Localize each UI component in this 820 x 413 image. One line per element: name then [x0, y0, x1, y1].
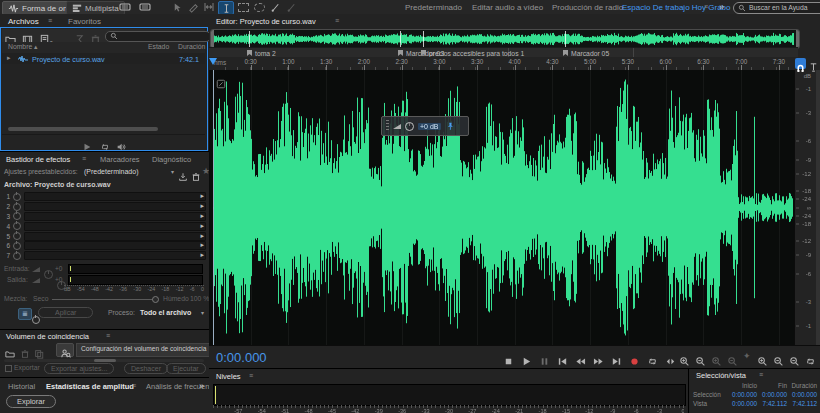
export-settings-button[interactable]: Exportar ajustes...	[44, 363, 114, 374]
power-icon[interactable]	[13, 203, 21, 211]
workspace-predeterminado[interactable]: Predeterminado	[405, 3, 462, 12]
fx-slot[interactable]: 2 ▸	[0, 202, 209, 212]
scan-button[interactable]: Explorar	[6, 395, 56, 408]
fx-slot-well[interactable]: ▸	[24, 232, 206, 241]
power-icon[interactable]	[13, 193, 21, 201]
match-volume-menu-icon[interactable]: ≡	[106, 332, 110, 339]
power-icon[interactable]	[13, 222, 21, 230]
tab-bastidor-de-efectos[interactable]: Bastidor de efectos	[6, 155, 70, 164]
power-icon[interactable]	[13, 252, 21, 260]
hud-fader-icon[interactable]	[393, 124, 401, 129]
spectral-keyboard-icon[interactable]	[138, 1, 152, 13]
multitrack-view-button[interactable]: Multipista	[66, 1, 125, 15]
levels-title[interactable]: Niveles	[216, 372, 241, 381]
fx-slot-well[interactable]: ▸	[24, 212, 206, 221]
playhead-line[interactable]	[213, 70, 214, 345]
mix-slider[interactable]	[52, 299, 154, 300]
marquee-selection-tool-icon[interactable]	[236, 1, 250, 13]
tab-favoritos[interactable]: Favoritos	[68, 17, 101, 26]
fx-slot-well[interactable]: ▸	[24, 222, 206, 231]
selection-view-menu-icon[interactable]: ≡	[759, 371, 763, 378]
process-dropdown[interactable]: Todo el archivo ▾	[140, 307, 204, 318]
razor-tool-icon[interactable]	[186, 1, 200, 13]
lasso-selection-tool-icon[interactable]	[252, 1, 266, 13]
export-checkbox[interactable]	[5, 365, 12, 372]
help-search-box[interactable]: Buscar en la Ayuda	[733, 2, 820, 14]
workspace-editar-audio-video[interactable]: Editar audio a vídeo	[472, 3, 543, 12]
rack-list-toggle-icon[interactable]: ≣	[18, 308, 32, 320]
editor-keyboard-icon[interactable]	[118, 1, 132, 13]
power-icon[interactable]	[13, 232, 21, 240]
vertical-scrollbar[interactable]	[816, 70, 820, 345]
fx-slot[interactable]: 5 ▸	[0, 231, 209, 241]
effects-panel-menu-icon[interactable]: ≡	[82, 155, 86, 162]
power-icon[interactable]	[13, 212, 21, 220]
time-display[interactable]: 0:00.000	[216, 350, 267, 365]
timeline-ruler[interactable]: hms 0:301:001:302:002:303:003:304:004:30…	[209, 57, 798, 71]
marker-flag-icon[interactable]	[563, 50, 568, 56]
overview-waveform[interactable]	[214, 31, 794, 47]
marker-flag-icon[interactable]	[421, 50, 426, 56]
mix-slider-handle[interactable]	[152, 296, 159, 303]
fx-slot[interactable]: 7 ▸	[0, 251, 209, 261]
workspace-overflow-chevrons[interactable]: »	[719, 2, 724, 12]
input-gain-knob-icon[interactable]	[44, 270, 53, 279]
save-preset-icon[interactable]	[178, 167, 188, 185]
hud-gain-value[interactable]: +0 dB	[418, 123, 441, 130]
hud-knob-icon[interactable]	[405, 122, 414, 131]
zoom-selection-button[interactable]: ✦	[743, 351, 751, 361]
spot-healing-tool-icon[interactable]	[284, 1, 298, 13]
tab-historial[interactable]: Historial	[8, 382, 35, 391]
marker[interactable]: Marcador 05	[563, 50, 609, 57]
selection-view-title[interactable]: Selección/vista	[696, 371, 746, 380]
fx-slot-well[interactable]: ▸	[24, 192, 206, 201]
levels-menu-icon[interactable]: ≡	[249, 372, 253, 379]
workspace-menu-icon[interactable]: ≡	[704, 3, 708, 10]
delete-preset-icon[interactable]	[191, 167, 201, 185]
snap-toggle-icon[interactable]	[795, 58, 806, 69]
fx-slot-well[interactable]: ▸	[24, 241, 206, 250]
hud-grip[interactable]	[386, 120, 389, 132]
marker[interactable]: toma 2	[247, 50, 276, 57]
time-selection-tool-icon[interactable]	[218, 1, 234, 15]
tab-marcadores[interactable]: Marcadores	[100, 155, 140, 164]
hud-pin-icon[interactable]	[445, 121, 455, 131]
workspace-produccion-radio[interactable]: Producción de radio	[552, 3, 623, 12]
marker[interactable]: precios accesibles para todos 1	[421, 50, 524, 57]
overview-right-handle[interactable]	[796, 30, 799, 48]
main-waveform[interactable]	[213, 70, 793, 345]
editor-title[interactable]: Editor: Proyecto de curso.wav	[216, 17, 316, 26]
fx-slot[interactable]: 3 ▸	[0, 212, 209, 222]
stats-menu-icon[interactable]: ≡	[132, 382, 136, 389]
rack-power-icon[interactable]	[32, 316, 40, 324]
fx-slot-well[interactable]: ▸	[24, 202, 206, 211]
column-nombre[interactable]: Nombre ▴	[8, 43, 38, 51]
power-icon[interactable]	[13, 242, 21, 250]
match-config-button[interactable]: Configuración del volumen de coincidenci…	[76, 343, 211, 357]
match-analyze-button[interactable]	[56, 343, 74, 357]
column-duracion[interactable]: Duración	[178, 43, 205, 50]
run-button[interactable]: Ejecutar	[166, 363, 206, 374]
fx-slot-well[interactable]: ▸	[24, 251, 206, 260]
tabs-overflow-chevrons[interactable]: »	[199, 381, 204, 391]
editor-menu-icon[interactable]: ≡	[335, 17, 339, 24]
overview-strip[interactable]	[210, 29, 800, 49]
paintbrush-tool-icon[interactable]	[268, 1, 282, 13]
apply-button[interactable]: Aplicar	[38, 307, 93, 318]
match-hscrollbar[interactable]	[4, 359, 204, 362]
column-estado[interactable]: Estado	[148, 43, 169, 50]
files-search-box[interactable]	[105, 31, 211, 42]
file-row[interactable]: ▸ Proyecto de curso.wav 7:42.1	[2, 53, 205, 64]
marker-pin-icon[interactable]	[808, 58, 819, 76]
preset-dropdown[interactable]: (Predeterminado) ▾	[84, 166, 174, 177]
marker-flag-icon[interactable]	[398, 50, 403, 56]
tab-archivos[interactable]: Archivos	[8, 17, 39, 26]
volume-hud[interactable]: +0 dB	[381, 116, 469, 136]
fx-slot[interactable]: 1 ▸	[0, 192, 209, 202]
workspace-hoy-grabo[interactable]: Espacio De trabajo Hoy Grabo	[622, 3, 731, 12]
fx-slot[interactable]: 4 ▸	[0, 221, 209, 231]
files-panel-menu-icon[interactable]: ≡	[48, 17, 52, 24]
fx-slot[interactable]: 6 ▸	[0, 241, 209, 251]
tab-volumen-de-coincidencia[interactable]: Volumen de coincidencia	[6, 332, 89, 341]
tab-estadisticas-amplitud[interactable]: Estadísticas de amplitud	[46, 382, 134, 391]
